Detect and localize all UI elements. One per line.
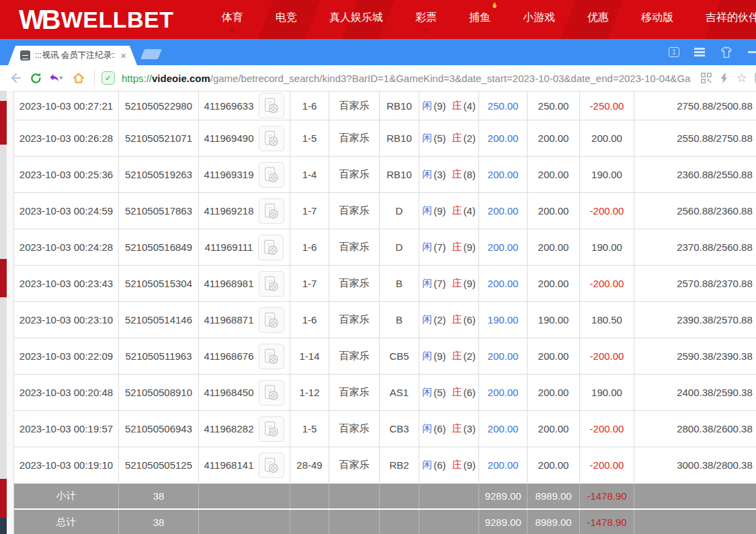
cell-round: 411968871 — [199, 302, 290, 338]
cell-win-loss: -200.00 — [580, 447, 634, 483]
cell-shoe-round: 1-5 — [290, 411, 329, 447]
cell-valid-amount: 200.00 — [528, 157, 580, 192]
video-replay-button[interactable] — [258, 235, 284, 260]
round-id: 411968871 — [204, 314, 254, 326]
qr-code-icon[interactable] — [701, 73, 712, 83]
nav-item[interactable]: 体育 — [222, 8, 243, 32]
round-id: 411968981 — [204, 278, 254, 289]
nav-item[interactable]: 小游戏 — [523, 8, 555, 32]
tab-favicon-list-icon — [20, 50, 30, 61]
tab-count-icon[interactable]: 1 — [669, 47, 679, 57]
chevron-down-icon — [423, 29, 429, 33]
nav-item[interactable]: 真人娱乐城 — [329, 8, 383, 32]
video-replay-button[interactable] — [259, 93, 284, 118]
chevron-down-icon — [353, 29, 360, 33]
cell-game-type: 百家乐 — [329, 338, 380, 374]
browser-tab[interactable]: :::视讯 会员下注纪录::: × — [8, 46, 137, 65]
nav-item-label: 捕鱼 — [469, 11, 491, 23]
site-header: WB WELLBET 体育 电竞 真人娱乐城 彩票 捕鱼 — [0, 0, 756, 39]
result-banker: 庄 — [452, 422, 462, 435]
tab-close-icon[interactable]: × — [120, 50, 126, 61]
video-replay-button[interactable] — [259, 344, 284, 369]
cell-shoe-round: 1-4 — [290, 157, 329, 192]
nav-item[interactable]: 优惠 — [587, 8, 609, 32]
cell-balance: 2360.88/2550.88 — [634, 157, 756, 192]
video-replay-button[interactable] — [259, 198, 284, 224]
undo-dropdown-icon[interactable] — [59, 77, 63, 79]
cell-bet-id: 521050514146 — [119, 302, 199, 338]
browser-toolbar: ✓ https://videoie.com/game/betrecord_sea… — [0, 65, 756, 91]
cell-shoe-round: 1-7 — [290, 266, 329, 301]
wellbet-logo[interactable]: WB WELLBET — [19, 5, 173, 35]
nav-item[interactable]: 电竞 — [276, 8, 297, 32]
cell-valid-amount: 200.00 — [528, 338, 580, 374]
cell-game-type: 百家乐 — [329, 266, 380, 301]
nav-item[interactable]: 捕鱼 — [469, 8, 491, 32]
cell-table-code: B — [380, 302, 419, 338]
subtotal-bet: 9289.00 — [479, 484, 528, 508]
skin-shirt-icon[interactable] — [720, 46, 733, 59]
table-row: 2023-10-03 00:23:43 521050515304 4119689… — [14, 265, 756, 301]
chevron-down-icon — [229, 29, 236, 33]
cell-bet-id: 521050522980 — [119, 91, 199, 120]
cell-result: 闲(7)庄(9) — [419, 266, 479, 301]
address-bar[interactable]: https://videoie.com/game/betrecord_searc… — [122, 73, 697, 84]
round-id: 411968141 — [204, 459, 254, 471]
result-banker: 庄 — [452, 241, 462, 254]
menu-icon[interactable] — [694, 51, 705, 52]
cell-result: 闲(6)庄(3) — [419, 411, 479, 447]
side-widget-red — [0, 259, 7, 297]
bookmark-star-icon[interactable]: ☆ — [737, 72, 747, 84]
cell-game-type: 百家乐 — [329, 229, 380, 265]
nav-item[interactable]: 吉祥的伙伴 — [706, 8, 756, 32]
round-id: 411968282 — [204, 423, 254, 434]
cell-shoe-round: 1-7 — [290, 193, 329, 229]
logo-text: WELLBET — [61, 7, 174, 33]
lightning-icon[interactable] — [719, 73, 729, 84]
video-replay-button[interactable] — [259, 307, 284, 333]
minimize-icon[interactable] — [748, 51, 756, 52]
page-left-edge — [0, 91, 7, 534]
cell-round: 411969218 — [199, 193, 290, 229]
table-row: 2023-10-03 00:19:57 521050506943 4119682… — [14, 410, 756, 447]
round-id: 411969319 — [204, 169, 254, 180]
cell-result: 闲(5)庄(6) — [419, 375, 479, 410]
nav-item[interactable]: 彩票 — [415, 8, 437, 32]
cell-result: 闲(2)庄(6) — [419, 302, 479, 338]
cell-bet-amount: 200.00 — [479, 157, 528, 192]
cell-bet-time: 2023-10-03 00:24:28 — [14, 229, 119, 265]
home-icon[interactable] — [69, 68, 89, 88]
nav-item-label: 电竞 — [276, 11, 297, 23]
video-replay-button[interactable] — [259, 453, 284, 478]
secure-shield-icon[interactable]: ✓ — [101, 71, 115, 85]
cell-bet-time: 2023-10-03 00:23:43 — [14, 266, 119, 301]
cell-bet-id: 521050519263 — [119, 157, 199, 192]
bet-record-table: 2023-10-03 00:27:21 521050522980 4119696… — [13, 91, 756, 534]
cell-valid-amount: 200.00 — [528, 120, 580, 156]
result-banker: 庄 — [452, 350, 462, 363]
result-player: 闲 — [422, 422, 432, 435]
video-replay-button[interactable] — [259, 271, 284, 297]
cell-round: 411968282 — [199, 411, 290, 447]
video-replay-button[interactable] — [259, 126, 284, 151]
video-replay-button[interactable] — [259, 416, 284, 442]
round-id: 411968676 — [204, 350, 254, 362]
cell-bet-time: 2023-10-03 00:22:09 — [14, 338, 119, 374]
table-row: 2023-10-03 00:24:59 521050517863 4119692… — [14, 192, 756, 229]
cell-bet-amount: 200.00 — [479, 193, 528, 229]
cell-round: 411969633 — [199, 91, 290, 120]
nav-item[interactable]: 移动版 — [641, 8, 673, 32]
nav-item-label: 真人娱乐城 — [329, 11, 383, 23]
hot-flame-icon — [490, 0, 499, 13]
new-tab-button[interactable] — [140, 49, 162, 59]
cell-shoe-round: 1-12 — [290, 375, 329, 410]
cell-shoe-round: 1-6 — [290, 229, 329, 265]
nav-item-label: 优惠 — [587, 11, 609, 23]
back-icon[interactable] — [5, 68, 26, 88]
refresh-icon[interactable] — [26, 68, 46, 88]
video-replay-button[interactable] — [259, 380, 284, 406]
cell-win-loss: 180.50 — [580, 302, 634, 338]
main-nav: 体育 电竞 真人娱乐城 彩票 捕鱼 — [222, 0, 756, 39]
video-replay-button[interactable] — [259, 162, 284, 188]
table-row: 2023-10-03 00:26:28 521050521071 4119694… — [14, 120, 756, 156]
